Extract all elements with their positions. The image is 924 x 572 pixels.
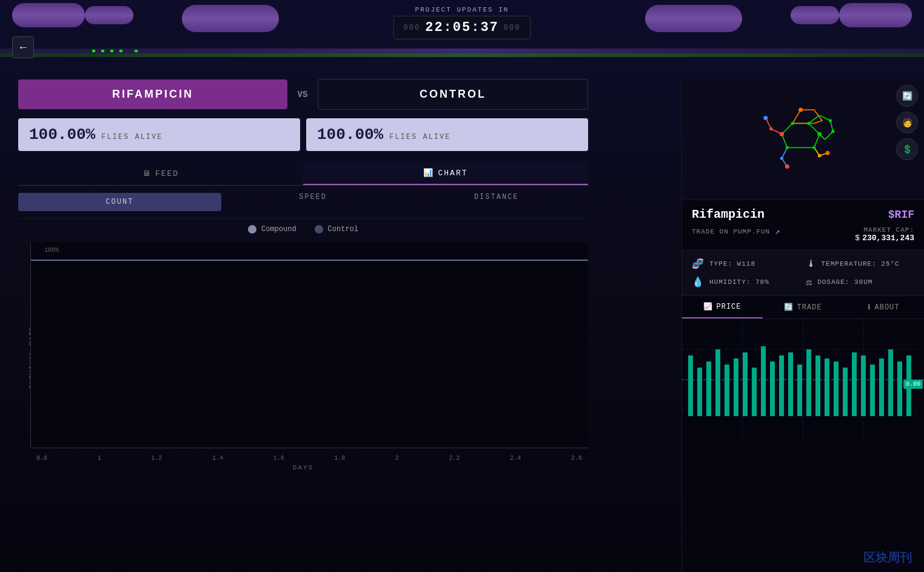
metric-distance[interactable]: DISTANCE [404,193,588,211]
svg-rect-56 [870,365,875,416]
trade-row: TRADE ON PUMP.FUN ↗ [692,226,780,237]
svg-point-28 [818,154,821,157]
svg-rect-54 [852,352,857,416]
market-cap-value: 230,331,243 [862,234,914,243]
svg-rect-47 [788,352,793,416]
bottom-tabs: 📈 PRICE 🔄 TRADE ℹ ABOUT [682,296,924,319]
icon-btn-1[interactable]: 🔄 [896,85,918,107]
tab-price[interactable]: 📈 PRICE [682,296,763,318]
compound-stat-box: 100.00% FLIES ALIVE [18,118,300,151]
chart-svg [31,242,588,448]
svg-rect-41 [734,358,738,416]
metric-count[interactable]: COUNT [18,193,221,211]
market-dollar: $ [855,234,860,243]
svg-point-23 [831,130,834,133]
svg-rect-52 [834,362,839,416]
dna-icon: 🧬 [692,258,705,270]
svg-point-29 [825,150,829,155]
svg-point-17 [807,121,810,124]
trade-link[interactable]: TRADE ON PUMP.FUN [692,228,770,235]
legend-control-dot [315,225,323,234]
chart-icon: 📊 [423,168,434,178]
drug-ticker: $RIF [888,209,914,221]
chart-x-labels: 0.8 1 1.2 1.4 1.6 1.8 2 2.2 2.4 2.6 [30,455,588,462]
back-button[interactable]: ← [12,36,34,58]
svg-point-25 [763,115,768,119]
x-label-3: 1.4 [212,455,223,462]
dollar-icon: 💲 [902,144,912,155]
svg-line-6 [830,120,832,131]
svg-point-26 [780,156,783,160]
legend-control-label: Control [328,225,358,234]
tab-feed[interactable]: 🖥 FEED [18,162,303,185]
price-tab-label: PRICE [716,303,741,311]
control-percent: 100.00% [317,126,383,144]
market-row: TRADE ON PUMP.FUN ↗ MARKET CAP: $ 230,33… [692,226,914,243]
svg-line-7 [825,131,832,139]
svg-rect-55 [861,355,866,416]
svg-rect-42 [743,352,748,416]
icon-btn-3[interactable]: 💲 [896,138,918,160]
price-icon: 📈 [703,302,713,311]
svg-rect-39 [715,349,720,416]
compound-percent: 100.00% [29,126,95,144]
exp-type-label: TYPE: W118 [709,260,755,267]
legend-compound: Compound [248,225,296,234]
vs-label: VS [293,90,312,99]
back-icon: ← [18,41,28,54]
drug-info: Rifampicin $RIF TRADE ON PUMP.FUN ↗ MARK… [682,200,924,251]
stats-row: 100.00% FLIES ALIVE 100.00% FLIES ALIVE [18,118,588,151]
control-button[interactable]: CONTROL [318,79,588,110]
exp-dosage-label: DOSAGE: 30UM [817,278,872,286]
control-stat-label: FLIES ALIVE [389,133,450,141]
compound-button[interactable]: RIFAMPICIN [18,79,287,109]
timer-label: PROJECT UPDATES IN [393,6,531,13]
compound-stat-label: FLIES ALIVE [101,133,162,141]
metrics-row: COUNT SPEED DISTANCE [18,186,588,219]
top-decorative-bar [0,49,924,53]
timer-container: PROJECT UPDATES IN 000 22:05:37 000 [393,6,531,39]
svg-point-18 [817,132,822,136]
tab-chart[interactable]: 📊 CHART [303,162,588,185]
svg-rect-44 [761,346,766,416]
svg-rect-57 [879,358,884,416]
chart-label: CHART [438,169,467,178]
x-label-6: 2 [395,455,399,462]
x-label-1: 1 [98,455,101,462]
chart-x-title: DAYS [293,464,313,471]
trade-tab-label: TRADE [797,303,822,312]
tab-trade[interactable]: 🔄 TRADE [763,296,843,318]
price-value-badge: 0.00 [903,380,923,389]
chart-legend: Compound Control [18,219,588,240]
molecule-display: 🔄 🧑 💲 [682,79,924,200]
feed-icon: 🖥 [142,169,152,178]
vs-row: RIFAMPICIN VS CONTROL [18,79,588,110]
svg-rect-59 [897,362,902,416]
x-label-4: 1.6 [273,455,284,462]
market-info: MARKET CAP: $ 230,331,243 [855,226,914,243]
svg-rect-43 [752,368,757,416]
svg-rect-50 [815,355,820,416]
cloud-center [182,5,279,32]
svg-point-20 [785,146,788,149]
cloud-right2 [791,6,839,24]
svg-rect-51 [825,358,829,416]
cloud-left [12,3,85,27]
thermometer-icon: 🌡 [806,258,817,270]
tab-about[interactable]: ℹ ABOUT [843,296,924,318]
cloud-right [645,5,742,32]
timer-display: 000 22:05:37 000 [393,16,531,39]
svg-rect-48 [797,365,802,416]
price-chart: 0.00 [682,319,924,440]
exp-humidity: 💧 HUMIDITY: 70% [692,276,800,288]
exp-temperature: 🌡 TEMPERATURE: 25°C [806,258,915,270]
svg-point-22 [828,119,831,122]
exp-temp-label: TEMPERATURE: 25°C [822,260,900,267]
icon-btn-2[interactable]: 🧑 [896,112,918,133]
metric-speed[interactable]: SPEED [221,193,405,211]
svg-rect-53 [843,368,848,416]
timer-dots-left: 000 [404,24,421,32]
exp-humidity-label: HUMIDITY: 70% [709,278,769,286]
exp-dosage: ⚖ DOSAGE: 30UM [806,276,915,288]
svg-point-15 [779,132,783,136]
